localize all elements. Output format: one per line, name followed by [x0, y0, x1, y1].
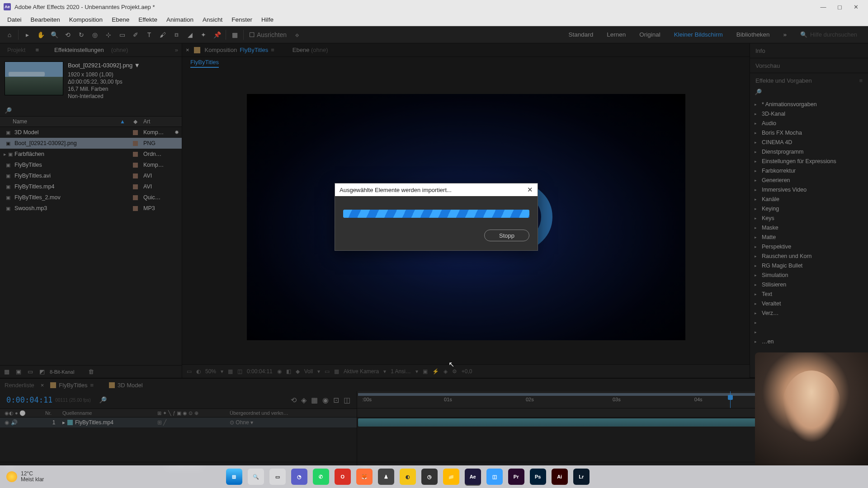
tl-search-icon[interactable]: 🔎 — [99, 396, 107, 404]
menu-datei[interactable]: Datei — [3, 16, 26, 23]
color-icon[interactable]: ◆ — [296, 368, 300, 375]
effect-category[interactable]: ▸CINEMA 4D — [750, 137, 868, 147]
workspace-original[interactable]: Original — [639, 31, 660, 38]
orbit-tool-icon[interactable]: ⟲ — [62, 29, 74, 41]
region-icon[interactable]: ▭ — [325, 368, 330, 375]
project-list[interactable]: ▣3D ModelKomp…✸ ▣Boot_[02921-03092].pngP… — [0, 127, 182, 365]
shape-tool-icon[interactable]: ▭ — [116, 29, 128, 41]
effect-category[interactable]: ▸Generieren — [750, 175, 868, 185]
effects-menu-icon[interactable]: ≡ — [859, 77, 863, 84]
tab-flybytitles[interactable]: FlyByTitles — [59, 382, 87, 389]
panel-overflow-icon[interactable]: » — [175, 47, 178, 53]
opera-app[interactable]: O — [335, 469, 351, 485]
snapshot-icon[interactable]: ◉ — [277, 368, 282, 375]
grid-icon[interactable]: ▦ — [228, 368, 233, 375]
tab-close-icon[interactable]: × — [41, 382, 44, 389]
start-button[interactable]: ⊞ — [226, 469, 242, 485]
tab-menu-icon[interactable]: ≡ — [90, 382, 94, 389]
comp-menu-icon[interactable]: ≡ — [271, 47, 274, 53]
effect-category[interactable]: ▸Maske — [750, 223, 868, 232]
workspace-kleiner-bildschirm[interactable]: Kleiner Bildschirm — [674, 31, 723, 38]
timeline-layer-1[interactable]: ◉🔊 1 ▸FlyByTitles.mp4 ⊞ ╱ ⊙ Ohne ▾ — [0, 418, 357, 427]
layer-switches[interactable]: ⊞ ╱ — [157, 419, 230, 426]
effect-category[interactable]: ▸Rauschen und Korn — [750, 251, 868, 261]
effect-category[interactable]: ▸Stilisieren — [750, 280, 868, 289]
timecode[interactable]: 0:00:04:11 — [6, 395, 52, 404]
resolution[interactable]: Voll — [304, 368, 313, 375]
effect-category[interactable]: ▸Audio — [750, 118, 868, 128]
mag-icon[interactable]: ▭ — [187, 368, 192, 375]
anchor-tool-icon[interactable]: ⊹ — [103, 29, 114, 41]
project-item-flybytitles-avi[interactable]: ▣FlyByTitles.aviAVI — [0, 170, 182, 181]
puppet-tool-icon[interactable]: 📌 — [211, 29, 223, 41]
sort-icon[interactable]: ▲ — [120, 118, 125, 125]
comp-breadcrumb[interactable]: FlyByTitles — [190, 59, 219, 68]
col-name[interactable]: Name — [13, 118, 27, 125]
home-icon[interactable]: ⌂ — [4, 29, 15, 41]
weather-widget[interactable]: 12°CMeist klar — [6, 471, 44, 483]
align-checkbox[interactable]: ☐ Ausrichten — [246, 29, 289, 41]
fast-icon[interactable]: ⚡ — [432, 368, 439, 375]
effect-category[interactable]: ▸Kanäle — [750, 194, 868, 204]
menu-hilfe[interactable]: Hilfe — [257, 16, 278, 23]
snapping-icon[interactable]: ⟐ — [291, 29, 303, 41]
exposure[interactable]: +0,0 — [462, 368, 472, 375]
effect-category[interactable]: ▸ — [750, 327, 868, 337]
menu-komposition[interactable]: Komposition — [65, 16, 107, 23]
camera-select[interactable]: Aktive Kamera — [344, 368, 379, 375]
tab-3d-model[interactable]: 3D Model — [118, 382, 143, 389]
pickwhip-icon[interactable]: ⊙ — [230, 419, 234, 426]
effect-category[interactable]: ▸3D-Kanal — [750, 109, 868, 118]
speaker-icon[interactable]: 🔊 — [11, 419, 18, 426]
effect-category[interactable]: ▸…en — [750, 337, 868, 346]
tl-ico-6[interactable]: ◫ — [344, 396, 350, 404]
col-type[interactable]: Art — [142, 118, 182, 125]
photoshop-app[interactable]: Ps — [530, 469, 546, 485]
effect-category[interactable]: ▸* Animationsvorgaben — [750, 99, 868, 109]
channel-icon[interactable]: ◧ — [286, 368, 291, 375]
effect-category[interactable]: ▸Verz… — [750, 308, 868, 318]
views-select[interactable]: 1 Ansi… — [391, 368, 411, 375]
new-folder-icon[interactable]: ▣ — [14, 368, 23, 375]
eye-icon[interactable]: ◉ — [5, 419, 9, 426]
effects-search[interactable]: 🔎 — [750, 88, 868, 99]
effect-category[interactable]: ▸Matte — [750, 232, 868, 242]
explorer-app[interactable]: 📁 — [443, 469, 459, 485]
menu-animation[interactable]: Animation — [162, 16, 198, 23]
pixel-icon[interactable]: ▣ — [423, 368, 428, 375]
chevron-right-icon[interactable]: ▸ — [62, 419, 65, 426]
workspace-bibliotheken[interactable]: Bibliotheken — [736, 31, 770, 38]
layer-name[interactable]: FlyByTitles.mp4 — [75, 419, 113, 426]
tab-effect-controls[interactable]: Effekteinstellungen — [51, 47, 108, 53]
app-unknown-2[interactable]: ◐ — [400, 469, 416, 485]
project-item-farbflachen[interactable]: ▸ ▣FarbflächenOrdn… — [0, 149, 182, 160]
menu-ansicht[interactable]: Ansicht — [198, 16, 227, 23]
dialog-close-icon[interactable]: ✕ — [527, 186, 533, 194]
stop-button[interactable]: Stopp — [484, 230, 529, 241]
workspace-lernen[interactable]: Lernen — [607, 31, 626, 38]
rotate-tool-icon[interactable]: ↻ — [75, 29, 87, 41]
zoom-value[interactable]: 50% — [205, 368, 216, 375]
menu-fenster[interactable]: Fenster — [227, 16, 257, 23]
viewer-timecode[interactable]: 0:00:04:11 — [247, 368, 273, 375]
footage-thumbnail[interactable] — [5, 61, 63, 95]
tl-ico-5[interactable]: ⊡ — [333, 396, 339, 404]
project-item-flybytitles2-mov[interactable]: ▣FlyByTitles_2.movQuic… — [0, 192, 182, 203]
project-item-boot-png[interactable]: ▣Boot_[02921-03092].pngPNG — [0, 138, 182, 149]
whatsapp-app[interactable]: ✆ — [313, 469, 329, 485]
tl-ico-3[interactable]: ▦ — [311, 396, 318, 404]
app-unknown-3[interactable]: ◫ — [486, 469, 503, 485]
trash-icon[interactable]: 🗑 — [87, 368, 95, 375]
selection-tool-icon[interactable]: ▸ — [21, 29, 33, 41]
guides-icon[interactable]: ◫ — [237, 368, 242, 375]
layer-color-icon[interactable] — [67, 420, 73, 425]
camera-tool-icon[interactable]: ◎ — [89, 29, 101, 41]
effect-category[interactable]: ▸Dienstprogramm — [750, 147, 868, 156]
menu-effekte[interactable]: Effekte — [134, 16, 162, 23]
pen-tool-icon[interactable]: ✐ — [130, 29, 142, 41]
teams-app[interactable]: ◔ — [291, 469, 307, 485]
close-button[interactable]: ✕ — [852, 4, 860, 10]
help-search[interactable]: 🔍 Hilfe durchsuchen — [800, 31, 857, 38]
brush-tool-icon[interactable]: 🖌 — [157, 29, 169, 41]
col-nr[interactable]: Nr. — [45, 410, 62, 416]
